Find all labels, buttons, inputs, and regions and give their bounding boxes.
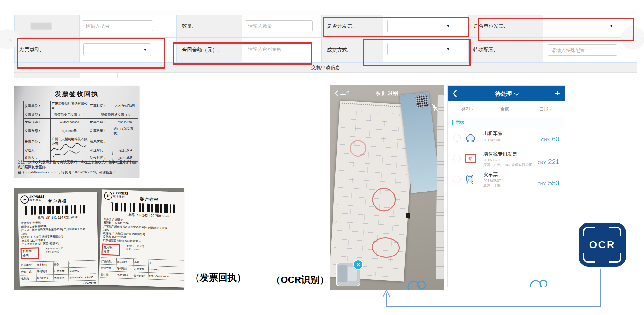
- special-config-input[interactable]: [548, 44, 617, 56]
- caption-ocr: （OCR识别）: [271, 274, 329, 286]
- flash-off-icon[interactable]: [431, 103, 439, 113]
- chevron-down-icon: ▾: [511, 108, 512, 111]
- radio-circle[interactable]: [453, 155, 461, 162]
- stub-code: LKX-202105: [83, 282, 96, 284]
- pending-list-screen: 待处理 + 类型▾ 金额▾ 日期▾ 票据 出租车票 2019/09/06 CNY…: [447, 85, 565, 287]
- barcode: [25, 205, 89, 215]
- remove-thumbnail-icon[interactable]: ✕: [353, 260, 363, 270]
- quantity-input[interactable]: [245, 20, 313, 31]
- page: 数量: 是否开发票: 是否单位发票: 发票类型: 合同金额（元）: 成交方式: …: [0, 0, 644, 315]
- invoice-receipt-photo: 发票签收回执 收票单位：广东韶关烟叶复烤有限公司开票时间：2021年6月4日 发…: [14, 86, 139, 178]
- waybill-number: SF 141 194 021 9190: [46, 215, 78, 220]
- address-block: 寄件方:广州天韬田泽锦 13556115359 广东省广州市越秀区环市东路403…: [21, 220, 95, 246]
- chevron-down-icon: ▾: [550, 108, 552, 111]
- taxi-icon: [465, 133, 476, 142]
- highlight-box-invoice-needed: [323, 17, 469, 37]
- filter-amount[interactable]: 金额▾: [487, 102, 526, 117]
- receipt-note: 备注：烦请收到发票后核对确认无误后，请在上表签收人中签字或盖章后扫描或拍照回复发…: [18, 160, 137, 175]
- highlight-box-invoice-type: [17, 38, 165, 69]
- section-title: 交机申请信息: [311, 65, 340, 71]
- camera-title: 票据识别: [330, 90, 444, 97]
- vat-invoice-icon: 专: [465, 154, 476, 163]
- form-header-strip: [14, 10, 637, 15]
- highlight-box-contract-amount: [173, 42, 312, 65]
- address-block: 寄件方:广州天韬田泽锦 13556115359 广东省广州市越秀区环市东路403…: [103, 218, 177, 245]
- filter-type[interactable]: 类型▾: [448, 102, 487, 117]
- stub-grid: 产品类型:顺丰标快件数:1 付款方式:寄付现结计费重量:1.000KG 收件员:…: [100, 257, 184, 281]
- train-icon: [465, 174, 475, 185]
- add-icon[interactable]: +: [555, 88, 560, 98]
- caption-invoice-receipt: （发票回执）: [190, 271, 246, 284]
- signature-scribble: [49, 142, 90, 160]
- camera-topbar: 工作 票据识别: [330, 85, 444, 100]
- highlight-box-unit-invoice: [478, 18, 634, 41]
- cloud-icon: [404, 275, 432, 290]
- radio-circle[interactable]: [453, 134, 461, 142]
- field-label-model: [14, 15, 80, 38]
- waybill-number: SF 143 429 758 5526: [137, 213, 169, 218]
- filter-date[interactable]: 日期▾: [526, 102, 565, 117]
- photographed-invoice: [330, 101, 415, 281]
- fees: 费用合计：13.00元运费：13.00元: [44, 247, 63, 254]
- filter-row: 类型▾ 金额▾ 日期▾: [448, 102, 565, 117]
- camera-screen: 工作 票据识别 ✕: [330, 85, 444, 290]
- waybill-stub-contract: SF EXPRESS顺丰速运 客户存根 单号 SF 141 194 021 91…: [18, 192, 99, 286]
- barcode: [111, 202, 178, 213]
- section-header: 票据: [448, 117, 565, 128]
- fees: 费用合计：13.00元运费：13.00元: [125, 244, 144, 252]
- stub-title: 客户存根: [18, 198, 97, 205]
- next-section-row: [14, 73, 637, 78]
- list-item-taxi[interactable]: 出租车票 2019/09/06 CNY60: [448, 128, 565, 148]
- list-header: 待处理 +: [448, 86, 565, 102]
- receipt-strip: [436, 95, 444, 279]
- cloud-icon: [527, 275, 554, 287]
- stub-grid: 产品类型:顺丰标快件数:1 付款方式:寄付现结计费重量:1.000KG 收件员:…: [20, 260, 96, 282]
- ocr-button[interactable]: OCR: [579, 223, 626, 267]
- highlight-box-deal-method: [363, 39, 471, 66]
- list-title[interactable]: 待处理: [448, 90, 565, 98]
- chevron-down-icon: [514, 91, 519, 96]
- model-input[interactable]: [82, 20, 153, 31]
- list-item-train[interactable]: 火车票 2018/05/07 北京 - 上海 CNY553: [448, 169, 565, 190]
- radio-circle[interactable]: [453, 176, 461, 183]
- chevron-down-icon: ▾: [472, 108, 474, 111]
- redacted-label: [31, 23, 52, 30]
- list-item-vat-invoice[interactable]: 专 增值税专用发票 2018/12/11 昊泽（广州）酒店管理有限公司 CNY2…: [448, 148, 565, 169]
- field-label-quantity: 数量:: [177, 15, 242, 38]
- clip: [406, 213, 410, 219]
- sf-waybills-photo: SF EXPRESS顺丰速运 客户存根 单号 SF 141 194 021 91…: [14, 188, 184, 290]
- waybill-stub-invoice: SF EXPRESS顺丰速运 客户存根 单号 SF 143 429 758 55…: [99, 189, 184, 288]
- consignment-red-box: 托寄物:发票: [101, 243, 120, 256]
- consignment-red-box: 托寄物:合同: [21, 247, 39, 259]
- ocr-label: OCR: [579, 223, 626, 267]
- receipt-title: 发票签收回执: [14, 90, 139, 98]
